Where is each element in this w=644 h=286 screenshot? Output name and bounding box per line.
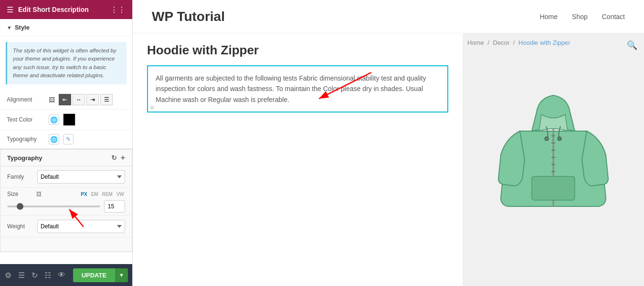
hoodie-image — [491, 83, 615, 236]
svg-point-16 — [545, 137, 549, 141]
style-label: Style — [15, 24, 30, 31]
size-slider[interactable] — [7, 205, 100, 207]
bottom-icons: ⚙ ☰ ↻ ☷ 👁 — [5, 271, 65, 280]
align-left-button[interactable]: ⇤ — [59, 94, 71, 105]
gear-icon[interactable]: ⚙ — [5, 271, 11, 280]
edit-typography-icon[interactable]: ✎ — [63, 134, 74, 144]
style-info-box: The style of this widget is often affect… — [6, 42, 127, 84]
unit-em[interactable]: EM — [90, 191, 99, 197]
global-color-icon[interactable]: 🌐 — [49, 114, 59, 125]
undo-icon[interactable]: ↻ — [32, 271, 38, 280]
nav-shop[interactable]: Shop — [572, 13, 588, 20]
info-text: The style of this widget is often affect… — [13, 48, 116, 78]
size-row: Size 🖼 PX EM REM VW 15 — [0, 188, 132, 216]
color-swatch[interactable] — [63, 113, 75, 126]
monitor-icon: 🖼 — [49, 96, 55, 103]
weight-row: Weight Default — [0, 216, 132, 237]
extra-typo-row — [0, 237, 132, 252]
resize-handle[interactable]: ⧉ — [148, 104, 156, 112]
site-title: WP Tutorial — [152, 9, 225, 24]
svg-rect-15 — [532, 176, 575, 200]
family-row: Family Default — [0, 166, 132, 188]
description-box[interactable]: All garments are subjected to the follow… — [147, 65, 448, 112]
alignment-buttons: ⇤ ↔ ⇥ ☰ — [59, 94, 113, 105]
weight-label: Weight — [7, 223, 33, 230]
size-units: PX EM REM VW — [80, 191, 125, 197]
text-color-row: Text Color 🌐 — [0, 110, 132, 130]
breadcrumb-overlay: Home / Decor / Hoodie with Zipper — [467, 38, 570, 47]
typography-subpanel: Typography ↻ + Family Default Size 🖼 — [0, 149, 132, 252]
product-area: Hoodie with Zipper All garments are subj… — [133, 33, 463, 286]
right-content: WP Tutorial Home Shop Contact Hoodie wit… — [133, 0, 644, 286]
left-panel: ☰ Edit Short Description ⋮⋮ ▼ Style The … — [0, 0, 133, 286]
search-icon[interactable]: 🔍 — [627, 40, 637, 51]
family-select[interactable]: Default — [37, 170, 125, 184]
global-typography-icon[interactable]: 🌐 — [49, 134, 59, 144]
site-main: Hoodie with Zipper All garments are subj… — [133, 33, 644, 286]
style-section-header[interactable]: ▼ Style — [0, 19, 132, 36]
typography-subpanel-title: Typography — [7, 154, 42, 162]
panel-body: ▼ Style The style of this widget is ofte… — [0, 19, 132, 286]
product-title: Hoodie with Zipper — [147, 43, 448, 58]
breadcrumb-current: Hoodie with Zipper — [518, 39, 570, 46]
nav-contact[interactable]: Contact — [602, 13, 625, 20]
nav-home[interactable]: Home — [540, 13, 558, 20]
align-center-button[interactable]: ↔ — [73, 94, 85, 105]
size-label: Size — [7, 191, 33, 197]
weight-select[interactable]: Default — [37, 220, 125, 233]
align-right-button[interactable]: ⇥ — [86, 94, 99, 105]
family-label: Family — [7, 174, 33, 180]
grid-icon[interactable]: ⋮⋮ — [110, 5, 126, 14]
bottom-bar: ⚙ ☰ ↻ ☷ 👁 UPDATE ▼ — [0, 264, 133, 286]
panel-title: Edit Short Description — [18, 6, 89, 13]
update-dropdown-button[interactable]: ▼ — [115, 268, 128, 282]
text-color-label: Text Color — [7, 116, 45, 123]
history-icon[interactable]: ☷ — [44, 271, 51, 280]
unit-rem[interactable]: REM — [101, 191, 114, 197]
add-typography-icon[interactable]: + — [121, 153, 125, 162]
responsive-size-icon[interactable]: 🖼 — [36, 191, 42, 197]
typography-subpanel-header: Typography ↻ + — [0, 150, 132, 166]
description-container: All garments are subjected to the follow… — [147, 65, 448, 112]
site-header: WP Tutorial Home Shop Contact — [133, 0, 644, 33]
product-image-side: Home / Decor / Hoodie with Zipper 🔍 — [463, 33, 644, 286]
breadcrumb-decor[interactable]: Decor — [493, 39, 510, 46]
alignment-label: Alignment — [7, 96, 45, 103]
layers-icon[interactable]: ☰ — [18, 271, 25, 280]
eye-icon[interactable]: 👁 — [58, 271, 65, 279]
chevron-down-icon: ▼ — [7, 25, 12, 31]
unit-vw[interactable]: VW — [116, 191, 125, 197]
typography-controls: 🌐 ✎ — [49, 134, 74, 144]
typography-row-label: Typography — [7, 136, 45, 143]
panel-header: ☰ Edit Short Description ⋮⋮ — [0, 0, 132, 19]
size-input[interactable]: 15 — [104, 200, 125, 213]
breadcrumb: Home / Decor / Hoodie with Zipper — [467, 39, 570, 46]
color-controls: 🌐 — [49, 113, 75, 126]
site-nav: Home Shop Contact — [540, 13, 625, 20]
description-text: All garments are subjected to the follow… — [156, 74, 426, 103]
unit-px[interactable]: PX — [80, 191, 88, 197]
svg-point-17 — [558, 137, 561, 141]
typography-row: Typography 🌐 ✎ — [0, 130, 132, 149]
reset-typography-icon[interactable]: ↻ — [111, 154, 117, 162]
breadcrumb-home[interactable]: Home — [467, 39, 484, 46]
update-btn-group: UPDATE ▼ — [73, 268, 128, 282]
align-justify-button[interactable]: ☰ — [100, 94, 113, 105]
hamburger-icon[interactable]: ☰ — [7, 5, 13, 14]
update-button[interactable]: UPDATE — [73, 268, 115, 282]
alignment-row: Alignment 🖼 ⇤ ↔ ⇥ ☰ — [0, 90, 132, 110]
